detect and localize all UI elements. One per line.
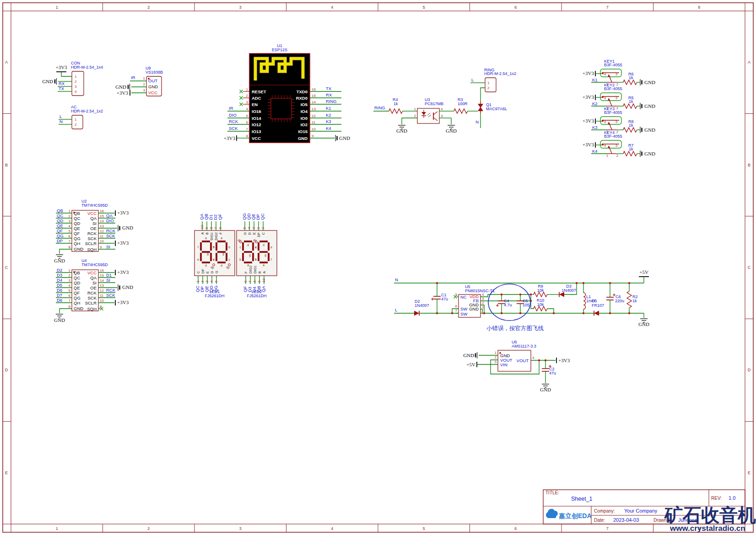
pin-name: RCK [87, 231, 97, 236]
frame-label: D [748, 368, 751, 372]
component-led2[interactable]: 5QGG6QFF4QDD7D3DIG23QEE8D4DIG12DPDP9QBB1… [237, 213, 277, 298]
ldo-regulator[interactable]: U6AMS1117-3.3GND1GND2VOUT+5V3VINVOUT4+3V… [463, 340, 570, 392]
segment-letter: f [198, 246, 199, 249]
pin-number: 3 [205, 280, 209, 283]
component-led1[interactable]: 10QAA1QCC9QBB2DPDP8D1DIG13QEE7D2DIG24QDD… [194, 214, 235, 298]
power-supply[interactable]: NLD21N4007C147uU5PN8015NSC-T15NC6SW7SW4V… [394, 269, 649, 332]
pin-number: 16 [100, 209, 104, 213]
component-u1[interactable]: U1ESP12S1RESET16TXD0TX2ADC15RXD0RX3EN14I… [224, 43, 350, 143]
ring-detector[interactable]: RINGR41kU3PC817MB1243GNDGNDR3100RNQ1MAC9… [373, 68, 516, 134]
pin-name: SW [460, 311, 467, 316]
component-u2[interactable]: U2TM74HC595D1QBQB2QCQC3QDQD4QEQE5QFQF6QG… [54, 199, 133, 263]
net-label: QF [217, 214, 222, 220]
net-label: QB [57, 208, 63, 213]
ref-label: 1N4007 [562, 288, 576, 293]
pin-name: SI [92, 280, 97, 285]
net-label: RCK [106, 288, 116, 293]
schematic-canvas[interactable]: 1122334455667788AABBCCDDEECONHDR-M-2.54_… [0, 0, 756, 535]
pin-number: 1 [196, 280, 200, 283]
frame-label: A [748, 60, 751, 64]
logo-text: 嘉立创EDA [559, 512, 592, 519]
pin-name: SCLR [85, 241, 97, 246]
net-label: D7 [57, 293, 62, 298]
ref-label: B3F-4055 [604, 86, 622, 91]
pin-number: 4 [604, 96, 606, 100]
pin-name: IO0 [301, 116, 308, 121]
net-label: RX [59, 81, 65, 86]
pin-number: 3 [482, 297, 484, 301]
pin-number: 2 [246, 94, 248, 98]
frame-label: 3 [239, 5, 242, 10]
segment-letter: d [221, 264, 222, 267]
pin-name: QC [74, 275, 80, 280]
segment [242, 242, 244, 251]
pin-name: ADC [252, 96, 261, 101]
resistor-symbol [534, 292, 547, 297]
pin-number: 1 [261, 227, 265, 229]
pin-name: GND [148, 84, 158, 89]
pin-letter: A [262, 271, 266, 273]
segment [210, 253, 212, 261]
net-label: K2 [592, 101, 598, 106]
segment [268, 253, 270, 261]
power-label: +3V3 [558, 358, 570, 363]
ref-label: 10k [537, 302, 544, 307]
component-key1[interactable]: KEY1B3F-4055+3V34312K1R61kGND [583, 59, 655, 86]
wire [481, 294, 531, 297]
pin-number: 2 [487, 86, 490, 90]
net-label: K1 [592, 77, 598, 82]
power-label: +3V3 [583, 142, 594, 147]
pin-name: IO2 [301, 122, 308, 127]
pin-name: SCK [87, 295, 97, 300]
titleblock-label: Date: [594, 518, 605, 523]
junction-dot [602, 120, 604, 122]
ref-label: AMS1117-3.3 [512, 344, 536, 348]
power-label: +3V3 [55, 64, 67, 70]
segment [252, 242, 254, 251]
segment [216, 242, 217, 251]
pin-number: 12 [100, 289, 104, 293]
ref-label: 100R [458, 102, 468, 106]
segment-letter: d [247, 243, 249, 246]
component-u4[interactable]: U4TM74HC595D1QBD22QCD33QDD44QED55QFD66QG… [54, 258, 133, 323]
power-label: +3V3 [117, 90, 129, 96]
pin-number: 9 [100, 245, 102, 249]
segment-letter: dp [211, 266, 214, 269]
component-key3[interactable]: KEY3B3F-4055+3V34312K3R81kGND [583, 107, 655, 134]
power-label: GND [122, 225, 133, 230]
pin-name: GND [469, 306, 479, 311]
net-label: DIO [106, 218, 114, 223]
pin-number: 1 [75, 75, 77, 79]
net-label: QC [57, 213, 63, 218]
pin-number: 13 [100, 284, 104, 288]
frame-label: 2 [147, 5, 150, 10]
ref-label: TM74HC595D [81, 262, 108, 267]
component-con[interactable]: CONHDR-M-2.54_1x41234+3V3GNDRXTX [42, 61, 103, 96]
net-label: IR [229, 106, 233, 111]
ref-label: 220u [615, 299, 624, 303]
pin-number: 4 [69, 284, 71, 288]
component-ac[interactable]: ACHDR-M-2.54_1x212LN [59, 105, 103, 129]
segment [258, 242, 259, 251]
segment [200, 253, 202, 261]
pin-number: 3 [616, 144, 618, 148]
pin-number: 6 [455, 304, 458, 308]
segment [216, 253, 217, 261]
net-label: TX [59, 86, 65, 91]
pin-number: 4 [482, 293, 484, 297]
wire [59, 249, 72, 254]
power-label: GND [115, 84, 126, 90]
pin-number: 1 [414, 107, 416, 111]
component-key2[interactable]: KEY2B3F-4055+3V34312K2R51kGND [583, 83, 655, 110]
pin-name: OE [90, 285, 97, 290]
junction-dot [519, 294, 521, 295]
ref-label: 4.7u [504, 303, 512, 307]
pin-number: 7 [248, 280, 252, 283]
component-key4[interactable]: KEY4B3F-4055+3V34312K4R71kGND [583, 130, 655, 158]
frame-label: 6 [514, 526, 517, 531]
ref-label: 47u [549, 371, 556, 375]
pin-number: 2 [75, 123, 77, 127]
component-u9[interactable]: U9VS1838BOUTGNDVCC123IRGND+3V3 [115, 66, 163, 96]
pin-number: 16 [100, 268, 104, 273]
pin-letter: DIG2 [248, 265, 253, 273]
